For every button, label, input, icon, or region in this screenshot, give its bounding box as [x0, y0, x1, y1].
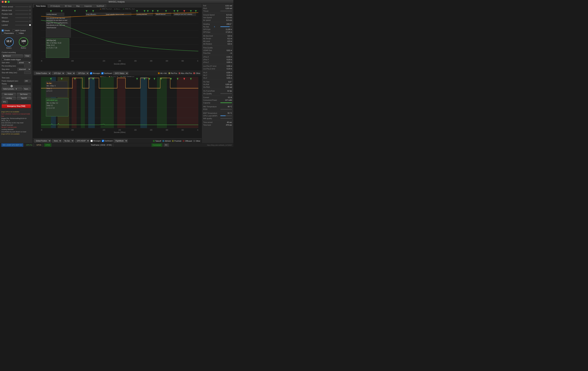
- minimize-button[interactable]: [5, 1, 7, 3]
- capacity-bar-container: [220, 102, 232, 103]
- tab-nuttshell[interactable]: NuttShell: [94, 4, 106, 8]
- offboard-square: [183, 140, 184, 142]
- mode-trigger-checkbox[interactable]: [2, 59, 4, 61]
- chart1-ekf2-select[interactable]: EKF2 Status: [113, 72, 128, 75]
- chart2-messages-check[interactable]: Messages: [91, 140, 101, 142]
- stop-delay-input[interactable]: [24, 71, 31, 74]
- main-area: Time-Series XY-Analysis 3D View Map Insp…: [33, 4, 202, 143]
- vis-framerate-row: Vis.FrameRate 31 fps: [202, 90, 233, 92]
- frame-displayed-input[interactable]: [24, 80, 31, 82]
- svg-text:ø:    3,1  σ:   0,0: ø: 3,1 σ: 0,0: [47, 107, 55, 109]
- att-vel-square: [158, 72, 160, 74]
- right-panel: Roll -0,01 rad Pitch 0,00 rad Thrust Gro…: [202, 4, 233, 143]
- chart2-channel2-select[interactable]: None: [52, 139, 62, 142]
- maximize-button[interactable]: [8, 1, 10, 3]
- stop-when-select[interactable]: disarmed: [18, 68, 31, 71]
- svg-text:Landing detected: Landing detected: [46, 13, 57, 15]
- landing-button[interactable]: Landing: [2, 97, 16, 100]
- chart2-dashboard-check[interactable]: Dashboard: [102, 140, 113, 142]
- battery-value: 100: [21, 40, 26, 43]
- vis-roll-row: Vis.Roll 0,00 rad: [202, 83, 233, 86]
- msp-control-checkbox[interactable]: MSP Control: [13, 30, 26, 32]
- svg-text:[vis] odometry re-init: msp re: [vis] odometry re-init: msp reset: [46, 24, 65, 26]
- chart2-channel3-select[interactable]: No.Sat.: [63, 139, 74, 142]
- tab-inspector[interactable]: Inspector: [82, 4, 94, 8]
- title-bar: MAVGCL Analysis: [0, 0, 233, 4]
- nosat-bar: [220, 26, 230, 27]
- altitude-hold-dot: [29, 10, 31, 11]
- emergency-stop-button[interactable]: Emergency Stop [TAB]: [2, 104, 31, 108]
- chart1-legend-indicators: Att.+Vel. Rel.Pos Abs.+Rel.Pos Other: [158, 72, 200, 74]
- tab-map[interactable]: Map: [74, 4, 82, 8]
- svg-text:190: 190: [41, 60, 42, 62]
- chart1-messages-check[interactable]: Messages: [90, 72, 100, 74]
- chart1-channel3-select[interactable]: None: [66, 72, 75, 75]
- takeoff-button[interactable]: TakeOff: [17, 97, 31, 100]
- altitude-hold-bar: [15, 10, 29, 11]
- ground-speed-row: Ground.Speed 0,0 m/s: [202, 13, 233, 16]
- chart2-channel1-select[interactable]: Global Position: [34, 139, 51, 142]
- svg-text:280: 280: [150, 60, 152, 62]
- voltage-value: 12.2: [6, 40, 11, 43]
- loc-pos-xy-row: Loc.Pos.XY error 0,06 m: [202, 65, 233, 67]
- chart1-svg: 42,5 40,0 37,5 35,0 32,5 30,0 27,5 25,0: [41, 9, 198, 66]
- arm-motors-button[interactable]: Arm motors: [2, 93, 16, 96]
- presets-button[interactable]: Select presets... ▼: [2, 87, 22, 91]
- position-hold-bar: [15, 14, 29, 14]
- rtl-button[interactable]: RTL: [2, 100, 8, 104]
- other2-square: [193, 140, 195, 142]
- details-checkbox[interactable]: Details: [2, 30, 10, 32]
- save-button[interactable]: Save...: [23, 87, 31, 91]
- other2-legend: Other: [193, 140, 200, 142]
- battery-gauge: 100 % Battery: [19, 37, 28, 49]
- chart1-dashboard-check[interactable]: Dashboard: [101, 72, 112, 74]
- chart1-channel1-select[interactable]: Global Position: [34, 72, 51, 75]
- tab-time-series[interactable]: Time-Series: [34, 4, 48, 8]
- chart1-channel2-select[interactable]: GPS Eph: [52, 72, 65, 75]
- left-panel: Motors armed Altitude hold Position hold: [0, 4, 33, 143]
- status-section: Motors armed Altitude hold Position hold: [0, 4, 32, 29]
- svg-text:ø:    5   σ:   0: ø: 5 σ: 0: [47, 90, 52, 92]
- vis-z-row: Vis.Z 0,05 m: [202, 76, 233, 79]
- chart2-flightmode-select[interactable]: FlightMode: [114, 139, 128, 142]
- svg-rect-79: [177, 77, 198, 128]
- status-rc: RC: [164, 143, 169, 147]
- enable-mode-trigger-row[interactable]: Enable mode-trigger: [2, 59, 31, 61]
- svg-text:Landing detected: Landing detected: [137, 13, 147, 15]
- offboard-bar: [15, 21, 29, 22]
- status-connected: Connected: [151, 143, 162, 147]
- svg-rect-76: [117, 77, 126, 128]
- svg-text:360: 360: [181, 60, 184, 62]
- consumed-power-row: Consumed.Power 137 mAh: [202, 99, 233, 101]
- set-home-button[interactable]: Set Home: [17, 93, 31, 96]
- video-checkbox[interactable]: Video: [17, 32, 24, 34]
- parameters-checkbox[interactable]: Parameters: [2, 32, 14, 34]
- clear-button[interactable]: Clear: [24, 55, 31, 57]
- tab-3d-view[interactable]: 3D View: [63, 4, 74, 8]
- close-button[interactable]: [2, 1, 4, 3]
- replay-slider-thumb[interactable]: [10, 85, 13, 87]
- url-text: https://blog.csdn.net/baidu_41704597: [207, 144, 232, 146]
- record-button[interactable]: Record: [2, 55, 23, 57]
- chart1-channel4-select[interactable]: GPS Epv: [76, 72, 89, 75]
- tab-xy-analysis[interactable]: XY-Analysis: [48, 4, 62, 8]
- record-indicator: [3, 55, 4, 57]
- log-line: DISARMED by auto disarm on land: [1, 131, 31, 133]
- svg-text:DISARMED by auto disarm on lan: DISARMED by auto disarm on land: [46, 19, 67, 21]
- chart2-channel4-select[interactable]: GPS HDOP: [75, 139, 90, 142]
- pre-recording-input[interactable]: [24, 65, 31, 67]
- cpu-load-bar-container: [220, 115, 232, 116]
- status-gpos: GPOS: [35, 143, 43, 147]
- checkboxes-section: Details MSP Control Parameters Video: [0, 29, 32, 36]
- svg-text:Seconds (200ms): Seconds (200ms): [114, 131, 126, 133]
- alt-relative-row: Alt.Relative 0,0 m: [202, 43, 233, 45]
- start-when-select[interactable]: armed: [18, 61, 31, 64]
- vis-pitch-row: Vis.Pitch 0,00 rad: [202, 86, 233, 88]
- details-check: [2, 30, 4, 32]
- svg-text:240: 240: [118, 60, 121, 62]
- svg-text:Delta: 0,2: Delta: 0,2: [47, 104, 53, 106]
- position-hold-dot: [29, 13, 31, 15]
- status-motors-armed: Motors armed: [2, 5, 31, 8]
- status-gps-fix: GPS Fix: [25, 143, 34, 147]
- alt-terrain-row: Alt.Terrain -0,1 m: [202, 37, 233, 40]
